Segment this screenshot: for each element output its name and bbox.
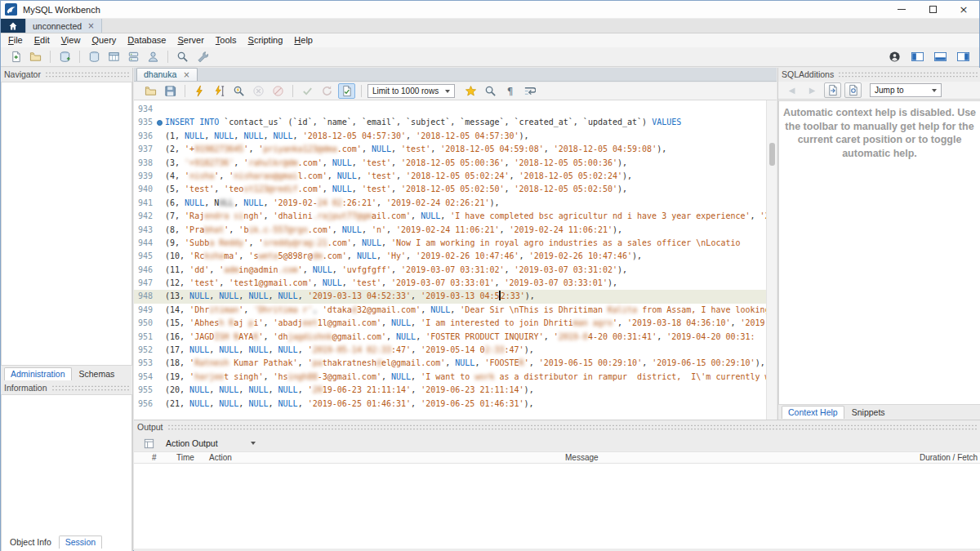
- auto-help-icon[interactable]: [844, 82, 862, 98]
- code-line-956[interactable]: 956(21, NULL, NULL, NULL, NULL, '2019-06…: [134, 398, 766, 411]
- code-line-950[interactable]: 950(15, 'Abhesh Raj pi', 'abadjeet1l@gma…: [134, 317, 766, 330]
- menu-database[interactable]: Database: [122, 33, 172, 47]
- tab-administration[interactable]: Administration: [4, 367, 72, 380]
- code-line-938[interactable]: 938(3, '+9182736', 'rahulkr@dm.com', NUL…: [134, 157, 766, 170]
- code-line-935[interactable]: 935INSERT INTO `contact_us` (`id`, `name…: [134, 116, 766, 129]
- toggle-stop-on-error-icon[interactable]: [270, 83, 287, 99]
- account-circle-icon[interactable]: [886, 49, 903, 64]
- home-tab-button[interactable]: [1, 19, 25, 33]
- information-area: [1, 394, 132, 551]
- find-icon[interactable]: [482, 83, 499, 99]
- menu-file[interactable]: File: [2, 33, 29, 47]
- menu-edit[interactable]: Edit: [29, 33, 56, 47]
- jump-to-dropdown[interactable]: Jump to: [870, 83, 942, 97]
- menu-server[interactable]: Server: [172, 33, 209, 47]
- invisible-chars-icon[interactable]: ¶: [501, 83, 519, 99]
- search-objects-icon[interactable]: [174, 49, 191, 64]
- minimize-button[interactable]: [886, 1, 917, 18]
- rollback-icon[interactable]: [318, 83, 336, 99]
- close-editor-tab-icon[interactable]: ×: [183, 70, 189, 79]
- editor-tab-dhanuka[interactable]: dhanuka ×: [136, 68, 198, 81]
- code-line-945[interactable]: 945(10, 'Rckshama', 'sweta5@898r@dm.com'…: [134, 250, 766, 263]
- mysql-workbench-window: MySQL Workbench × unconnected × FileEdit…: [0, 0, 980, 551]
- line-number: 947: [134, 277, 155, 290]
- configure-tools-icon[interactable]: [194, 49, 211, 64]
- menu-view[interactable]: View: [56, 33, 87, 47]
- code-text: (8, 'Prabhat', 'bik.c-557@rgn.com', NULL…: [165, 224, 622, 237]
- toggle-left-panel-icon[interactable]: [909, 49, 926, 64]
- sqladditions-panel: SQLAdditions ◀▶Jump to Automatic context…: [777, 68, 980, 420]
- tab-object-info[interactable]: Object Info: [4, 536, 57, 549]
- gutter-marker: [155, 130, 165, 143]
- code-line-955[interactable]: 955(20, NULL, NULL, NULL, NULL, '2019-06…: [134, 384, 766, 397]
- code-line-943[interactable]: 943(8, 'Prabhat', 'bik.c-557@rgn.com', N…: [134, 224, 766, 237]
- code-area[interactable]: 934935INSERT INTO `contact_us` (`id`, `n…: [134, 100, 766, 420]
- wrap-text-icon[interactable]: [521, 83, 538, 99]
- toggle-right-panel-icon[interactable]: [955, 49, 972, 64]
- code-line-948[interactable]: 948(13, NULL, NULL, NULL, NULL, '2019-03…: [134, 290, 766, 303]
- commit-icon[interactable]: [299, 83, 316, 99]
- forward-icon[interactable]: ▶: [804, 82, 821, 98]
- close-button[interactable]: ×: [948, 1, 979, 18]
- code-line-953[interactable]: 953(18, 'Ratnesh Kumar Pathak', 'pathakr…: [134, 357, 766, 370]
- navigator-tree-area[interactable]: [1, 82, 132, 366]
- line-number: 950: [134, 317, 155, 330]
- stop-icon[interactable]: [250, 83, 267, 99]
- window-controls: ×: [886, 1, 979, 18]
- toggle-bottom-panel-icon[interactable]: [932, 49, 949, 64]
- users-privileges-icon[interactable]: [145, 49, 162, 64]
- execute-current-icon[interactable]: [211, 83, 228, 99]
- code-line-937[interactable]: 937(2, '+9198273645', 'priyanka123@dma.c…: [134, 143, 766, 156]
- open-script-icon[interactable]: [27, 49, 44, 64]
- scrollbar-thumb[interactable]: [769, 143, 775, 166]
- server-status-icon[interactable]: [125, 49, 142, 64]
- menu-help[interactable]: Help: [288, 33, 318, 47]
- menu-query[interactable]: Query: [86, 33, 122, 47]
- menu-scripting[interactable]: Scripting: [243, 33, 289, 47]
- code-line-954[interactable]: 954(19, 'harjeet singh', 'hsingh88-3@gma…: [134, 371, 766, 384]
- code-line-940[interactable]: 940(5, 'test', 'teost123@redif.com', NUL…: [134, 183, 766, 196]
- new-connection-icon[interactable]: [56, 49, 74, 64]
- create-schema-icon[interactable]: [86, 49, 103, 64]
- limit-rows-dropdown[interactable]: Limit to 1000 rows: [368, 84, 455, 98]
- editor-toolbar: Limit to 1000 rows ¶: [134, 82, 777, 100]
- back-icon[interactable]: ◀: [783, 82, 800, 98]
- action-output-dropdown[interactable]: Action Output: [163, 438, 259, 449]
- tab-session[interactable]: Session: [59, 535, 102, 549]
- execute-icon[interactable]: [191, 83, 208, 99]
- autocommit-icon[interactable]: [338, 83, 355, 99]
- maximize-button[interactable]: [917, 1, 948, 18]
- tab-snippets[interactable]: Snippets: [846, 407, 891, 419]
- code-text: (14, 'Dhritiman', 'Dhritima r', 'dtakad3…: [165, 304, 766, 317]
- beautify-icon[interactable]: [462, 83, 479, 99]
- save-icon[interactable]: [162, 83, 179, 99]
- line-number: 949: [134, 304, 155, 317]
- sqladditions-toolbar: ◀▶Jump to: [778, 82, 980, 100]
- editor-vertical-scrollbar[interactable]: [766, 100, 777, 420]
- tab-schemas[interactable]: Schemas: [74, 368, 121, 380]
- code-line-941[interactable]: 941(6, NULL, NULL, NULL, '2019-02-24 02:…: [134, 197, 766, 210]
- output-table-body[interactable]: [134, 464, 980, 549]
- code-line-946[interactable]: 946(11, 'dd', 'admin@admin.com', NULL, '…: [134, 264, 766, 277]
- gutter-marker: [155, 398, 165, 411]
- code-line-939[interactable]: 939(4, 'nisha', 'nisharao@gmail.com', NU…: [134, 170, 766, 183]
- code-line-936[interactable]: 936(1, NULL, NULL, NULL, NULL, '2018-12-…: [134, 130, 766, 143]
- code-line-944[interactable]: 944(9, 'Subba Reddy', 'sreddy@rag:21.com…: [134, 237, 766, 250]
- code-line-942[interactable]: 942(7, 'Rajendra singh', 'dhalini.rajput…: [134, 210, 766, 223]
- code-text: INSERT INTO `contact_us` (`id`, `name`, …: [165, 116, 681, 129]
- new-query-tab-icon[interactable]: [7, 49, 24, 64]
- code-line-952[interactable]: 952(17, NULL, NULL, NULL, NULL, '2019-05…: [134, 344, 766, 357]
- gutter-marker: [155, 371, 165, 384]
- code-line-949[interactable]: 949(14, 'Dhritiman', 'Dhritima r', 'dtak…: [134, 304, 766, 317]
- code-line-934[interactable]: 934: [134, 103, 766, 116]
- code-line-951[interactable]: 951(16, 'JAGDISH NAYAK', 'dhjagdishnk@gm…: [134, 331, 766, 344]
- tab-context-help[interactable]: Context Help: [782, 406, 844, 419]
- copy-help-icon[interactable]: [824, 82, 841, 98]
- explain-icon[interactable]: [230, 83, 247, 99]
- code-line-947[interactable]: 947(12, 'test', 'test1@gmail.com', NULL,…: [134, 277, 766, 290]
- open-file-icon[interactable]: [142, 83, 159, 99]
- create-table-icon[interactable]: [105, 49, 122, 64]
- tab-unconnected[interactable]: unconnected ×: [25, 19, 102, 33]
- close-tab-icon[interactable]: ×: [87, 21, 94, 30]
- menu-tools[interactable]: Tools: [210, 33, 243, 47]
